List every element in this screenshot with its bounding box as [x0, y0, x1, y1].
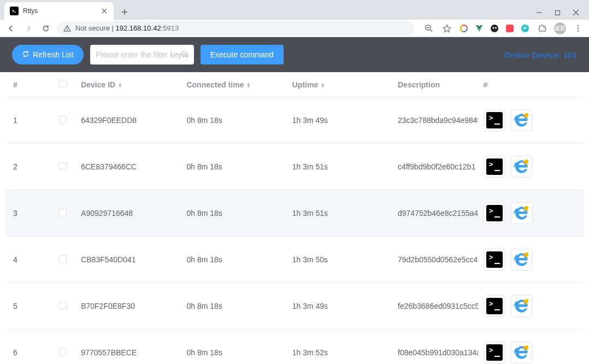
- extensions-menu-icon[interactable]: [535, 22, 549, 35]
- internet-explorer-icon: [513, 111, 531, 130]
- cell-index: 3: [5, 190, 50, 237]
- row-checkbox[interactable]: [59, 162, 67, 170]
- terminal-button[interactable]: [484, 249, 505, 271]
- table-row[interactable]: 3A909297166480h 8m 18s1h 3m 51sd974752b4…: [5, 190, 584, 237]
- cell-device-id: 9770557BBECE: [75, 330, 181, 365]
- cell-actions: [478, 97, 584, 144]
- row-checkbox[interactable]: [59, 348, 67, 356]
- cell-uptime: 1h 3m 52s: [287, 330, 392, 365]
- col-header-connected[interactable]: Connected time▲▼: [181, 72, 286, 97]
- extension-icon[interactable]: P: [520, 24, 530, 33]
- favicon: [10, 7, 19, 15]
- row-checkbox[interactable]: [59, 116, 67, 124]
- row-checkbox[interactable]: [59, 302, 67, 309]
- cell-device-id: B70F2F0E8F30: [75, 283, 181, 330]
- cell-index: 2: [5, 144, 50, 190]
- table-row[interactable]: 69770557BBECE0h 8m 18s1h 3m 52sf08e045b9…: [5, 330, 584, 365]
- new-tab-button[interactable]: [117, 4, 132, 20]
- col-header-uptime[interactable]: Uptime▲▼: [287, 72, 392, 97]
- svg-line-30: [186, 55, 188, 57]
- page-viewport[interactable]: Refresh List Execute command Online Devi…: [0, 37, 589, 364]
- toolbar-right: P 建辉: [419, 22, 585, 35]
- filter-input[interactable]: [96, 50, 189, 59]
- cell-uptime: 1h 3m 51s: [287, 144, 392, 190]
- terminal-icon: [486, 158, 503, 175]
- svg-point-11: [67, 30, 68, 30]
- cell-index: 1: [5, 97, 50, 144]
- terminal-button[interactable]: [484, 156, 505, 178]
- cell-checkbox[interactable]: [50, 97, 75, 144]
- internet-explorer-icon: [513, 250, 531, 269]
- execute-command-button[interactable]: Execute command: [201, 45, 284, 64]
- browser-toolbar: Not secure | 192.168.10.42:5913 P 建辉: [0, 20, 589, 37]
- cell-connected-time: 0h 8m 18s: [181, 190, 286, 237]
- internet-explorer-icon: [513, 343, 531, 362]
- browser-tab[interactable]: Rttys: [4, 2, 114, 20]
- table-row[interactable]: 4CB83F540D0410h 8m 18s1h 3m 50s79d2b0550…: [5, 237, 584, 283]
- cell-connected-time: 0h 8m 18s: [181, 283, 286, 330]
- select-all-checkbox[interactable]: [59, 80, 67, 87]
- forward-button[interactable]: [22, 22, 35, 35]
- extension-icon[interactable]: [459, 24, 469, 33]
- extension-icon[interactable]: [474, 24, 484, 33]
- terminal-button[interactable]: [484, 109, 505, 131]
- table-row[interactable]: 5B70F2F0E8F300h 8m 18s1h 3m 49sfe26b3686…: [5, 283, 584, 330]
- col-header-description: Description: [392, 72, 478, 97]
- cell-connected-time: 0h 8m 18s: [181, 144, 286, 190]
- cell-device-id: 64329F0EEDD8: [75, 97, 181, 144]
- cell-description: d974752b46e8c2155a48: [392, 190, 478, 237]
- terminal-button[interactable]: [484, 202, 505, 224]
- cell-checkbox[interactable]: [50, 283, 75, 330]
- table-row[interactable]: 164329F0EEDD80h 8m 18s1h 3m 49s23c3c788b…: [5, 97, 584, 144]
- col-header-actions: #: [478, 72, 584, 97]
- cell-actions: [478, 190, 584, 237]
- cell-checkbox[interactable]: [50, 144, 75, 190]
- address-bar[interactable]: Not secure | 192.168.10.42:5913: [57, 21, 414, 36]
- online-device-count: Online Device: 101: [504, 50, 577, 60]
- row-checkbox[interactable]: [59, 209, 67, 216]
- table-row[interactable]: 26CE8379466CC0h 8m 18s1h 3m 51sc4ff9bd9b…: [5, 144, 584, 190]
- cell-index: 6: [5, 330, 50, 365]
- profile-avatar[interactable]: 建辉: [554, 22, 566, 34]
- svg-point-20: [491, 25, 498, 32]
- col-header-device-id[interactable]: Device ID▲▼: [75, 72, 181, 97]
- cell-checkbox[interactable]: [50, 237, 75, 283]
- window-close-button[interactable]: [573, 9, 579, 17]
- cell-checkbox[interactable]: [50, 330, 75, 365]
- window-minimize-button[interactable]: [536, 9, 543, 17]
- terminal-button[interactable]: [484, 295, 505, 317]
- web-button[interactable]: [511, 202, 533, 224]
- cell-uptime: 1h 3m 49s: [287, 97, 392, 144]
- not-secure-label: Not secure |: [75, 24, 114, 32]
- cell-actions: [478, 330, 584, 365]
- cell-description: 79d2b0550d0562e5cc46: [392, 237, 478, 283]
- svg-point-26: [578, 25, 579, 26]
- svg-point-27: [578, 27, 579, 28]
- refresh-list-button[interactable]: Refresh List: [12, 45, 84, 64]
- window-maximize-button[interactable]: [555, 9, 561, 17]
- back-button[interactable]: [4, 22, 17, 35]
- svg-line-13: [430, 30, 432, 32]
- bookmark-icon[interactable]: [440, 22, 453, 35]
- zoom-icon[interactable]: [422, 22, 435, 35]
- svg-point-29: [181, 51, 186, 56]
- kebab-menu-icon[interactable]: [572, 22, 585, 35]
- web-button[interactable]: [511, 249, 533, 271]
- web-button[interactable]: [511, 295, 533, 317]
- cell-index: 5: [5, 283, 50, 330]
- col-header-checkbox[interactable]: [50, 72, 75, 97]
- reload-button[interactable]: [39, 22, 52, 35]
- tab-close-button[interactable]: [101, 7, 108, 15]
- row-checkbox[interactable]: [59, 255, 67, 263]
- extension-icon[interactable]: [490, 24, 499, 33]
- internet-explorer-icon: [513, 157, 531, 177]
- web-button[interactable]: [511, 109, 533, 131]
- web-button[interactable]: [511, 156, 533, 178]
- filter-input-wrapper[interactable]: [90, 45, 194, 64]
- cell-checkbox[interactable]: [50, 190, 75, 237]
- url-port: :5913: [161, 24, 179, 32]
- web-button[interactable]: [511, 342, 533, 363]
- search-icon: [181, 50, 189, 60]
- terminal-button[interactable]: [484, 342, 505, 363]
- extension-icon[interactable]: [505, 24, 515, 33]
